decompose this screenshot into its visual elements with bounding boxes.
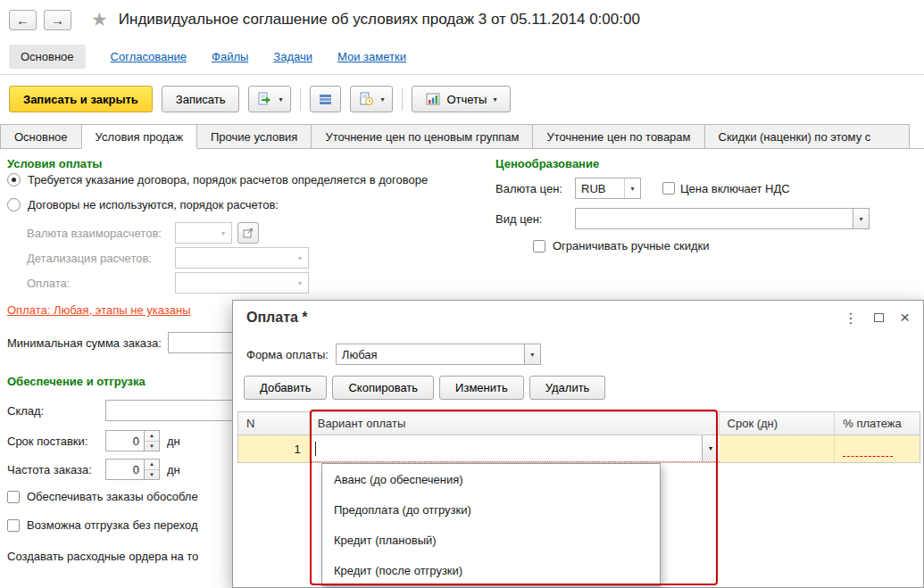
nav-tab-main[interactable]: Основное xyxy=(9,45,86,69)
payments-table: N Вариант оплаты Срок (дн) % платежа 1 ▾ xyxy=(237,411,920,463)
chevron-down-icon[interactable]: ▾ xyxy=(292,248,308,268)
chevron-down-icon[interactable]: ▾ xyxy=(853,209,869,228)
chevron-down-icon[interactable]: ▾ xyxy=(524,344,540,364)
table-header: N Вариант оплаты Срок (дн) % платежа xyxy=(238,412,920,435)
tab-price-groups[interactable]: Уточнение цен по ценовым группам xyxy=(311,124,533,148)
payment-form-combo[interactable]: Любая ▾ xyxy=(336,344,541,365)
settlement-detail-row: Детализация расчетов: ▾ xyxy=(27,247,309,269)
tab-goods-prices[interactable]: Уточнение цен по товарам xyxy=(532,124,704,148)
price-kind-label: Вид цен: xyxy=(495,212,570,226)
payment-row: Оплата: ▾ xyxy=(27,272,309,294)
expense-orders-row: Создавать расходные ордера на то xyxy=(7,550,198,563)
chevron-down-icon[interactable]: ▾ xyxy=(215,223,231,243)
settlement-currency-row: Валюта взаиморасчетов: ▾ xyxy=(27,222,259,244)
shipment-checkbox[interactable] xyxy=(7,519,20,532)
settlement-currency-open-button[interactable] xyxy=(237,222,259,244)
price-currency-combo[interactable]: RUB▾ xyxy=(575,178,641,199)
payment-combo[interactable]: ▾ xyxy=(175,272,309,294)
cell-percent[interactable] xyxy=(835,435,920,462)
section-heading-pricing: Ценообразование xyxy=(495,157,599,170)
radio-icon[interactable] xyxy=(7,173,21,186)
tab-main[interactable]: Основное xyxy=(0,124,82,148)
order-frequency-field[interactable]: 0 xyxy=(105,459,145,480)
table-row[interactable]: 1 ▾ xyxy=(238,435,920,462)
settlement-detail-combo[interactable]: ▾ xyxy=(175,247,309,269)
spinner-down-icon[interactable]: ▼ xyxy=(145,442,159,451)
nav-link-notes[interactable]: Мои заметки xyxy=(337,50,406,63)
payment-form-label: Форма оплаты: xyxy=(246,348,329,361)
titlebar: ← → ★ Индивидуальное соглашение об услов… xyxy=(0,0,924,39)
chevron-down-icon: ▾ xyxy=(493,95,496,104)
delivery-time-stepper[interactable]: ▲▼ xyxy=(145,430,160,451)
column-header-variant[interactable]: Вариант оплаты xyxy=(310,412,720,435)
payment-stages-link[interactable]: Оплата: Любая, этапы не указаны xyxy=(7,303,191,317)
cell-n[interactable]: 1 xyxy=(238,435,310,462)
limit-discounts-row[interactable]: Ограничивать ручные скидки xyxy=(533,239,710,253)
settlement-currency-combo[interactable]: ▾ xyxy=(175,222,232,244)
forward-button[interactable]: → xyxy=(44,10,71,30)
open-form-icon xyxy=(243,228,254,238)
radio-no-contracts[interactable]: Договоры не используются, порядок расчет… xyxy=(7,198,279,211)
document-clock-icon xyxy=(359,92,374,106)
tab-discounts[interactable]: Скидки (наценки) по этому с xyxy=(704,124,910,148)
column-header-n[interactable]: N xyxy=(238,412,310,435)
reports-button[interactable]: Отчеты ▾ xyxy=(412,86,511,112)
vat-included-checkbox[interactable] xyxy=(662,182,675,195)
shipment-checkbox-row[interactable]: Возможна отгрузка без переход xyxy=(7,518,198,532)
payment-label: Оплата: xyxy=(27,277,170,290)
nav-link-files[interactable]: Файлы xyxy=(212,50,248,63)
dialog-maximize-icon[interactable] xyxy=(874,313,884,322)
dialog-title: Оплата * xyxy=(246,310,308,326)
save-and-close-button[interactable]: Записать и закрыть xyxy=(9,86,153,112)
dropdown-option-credit-planned[interactable]: Кредит (плановый) xyxy=(322,525,660,555)
variant-dropdown-button[interactable]: ▾ xyxy=(702,435,720,461)
spinner-up-icon[interactable]: ▲ xyxy=(145,460,159,470)
delivery-time-row: Срок поставки: 0 ▲▼ дн xyxy=(7,430,180,451)
chevron-down-icon: ▾ xyxy=(709,444,712,452)
nav-link-tasks[interactable]: Задачи xyxy=(273,50,312,63)
section-heading-supply: Обеспечение и отгрузка xyxy=(7,375,146,388)
order-frequency-stepper[interactable]: ▲▼ xyxy=(145,459,160,480)
dialog-menu-icon[interactable]: ⋮ xyxy=(844,310,858,327)
column-header-percent[interactable]: % платежа xyxy=(835,412,920,435)
warehouse-label: Склад: xyxy=(7,404,100,418)
chevron-down-icon[interactable]: ▾ xyxy=(624,178,640,198)
column-header-term[interactable]: Срок (дн) xyxy=(720,412,836,435)
list-icon xyxy=(319,93,332,106)
limit-discounts-checkbox[interactable] xyxy=(533,240,545,253)
delivery-time-field[interactable]: 0 xyxy=(105,430,145,451)
change-history-button[interactable]: ▾ xyxy=(350,86,393,112)
back-button[interactable]: ← xyxy=(9,10,37,30)
nav-link-approval[interactable]: Согласование xyxy=(111,50,187,63)
tab-other-terms[interactable]: Прочие условия xyxy=(196,124,312,148)
arrow-right-icon: → xyxy=(51,12,64,28)
separate-orders-checkbox[interactable] xyxy=(7,491,20,503)
edit-button[interactable]: Изменить xyxy=(439,376,524,400)
command-toolbar: Записать и закрыть Записать ▾ ▾ Отчеты ▾ xyxy=(0,76,924,122)
post-document-button[interactable]: ▾ xyxy=(248,86,291,112)
copy-button[interactable]: Скопировать xyxy=(332,376,434,400)
dropdown-option-advance[interactable]: Аванс (до обеспечения) xyxy=(322,464,660,494)
chevron-down-icon[interactable]: ▾ xyxy=(292,273,308,293)
dialog-header: Оплата * ⋮ × xyxy=(233,301,923,335)
spinner-up-icon[interactable]: ▲ xyxy=(145,431,159,442)
price-kind-combo[interactable]: ▾ xyxy=(575,208,870,229)
radio-contract-required[interactable]: Требуется указание договора, порядок рас… xyxy=(7,173,428,186)
dropdown-option-prepayment[interactable]: Предоплата (до отгрузки) xyxy=(322,494,660,525)
tab-sales-terms[interactable]: Условия продаж xyxy=(81,124,197,149)
price-currency-label: Валюта цен: xyxy=(495,182,570,195)
expense-orders-text: Создавать расходные ордера на то xyxy=(7,550,198,563)
save-button[interactable]: Записать xyxy=(162,86,240,112)
spinner-down-icon[interactable]: ▼ xyxy=(145,470,159,480)
favorite-star-icon[interactable]: ★ xyxy=(91,9,108,30)
chevron-down-icon: ▾ xyxy=(380,95,384,104)
variant-editor[interactable]: ▾ xyxy=(310,435,720,462)
dialog-close-icon[interactable]: × xyxy=(900,308,910,327)
delete-button[interactable]: Удалить xyxy=(529,376,606,400)
separate-orders-checkbox-row[interactable]: Обеспечивать заказы обособле xyxy=(7,490,198,503)
dropdown-option-credit-after[interactable]: Кредит (после отгрузки) xyxy=(322,555,660,585)
cell-term[interactable] xyxy=(720,435,836,462)
structure-report-button[interactable] xyxy=(310,86,341,112)
add-button[interactable]: Добавить xyxy=(244,376,327,400)
radio-icon[interactable] xyxy=(7,198,21,211)
